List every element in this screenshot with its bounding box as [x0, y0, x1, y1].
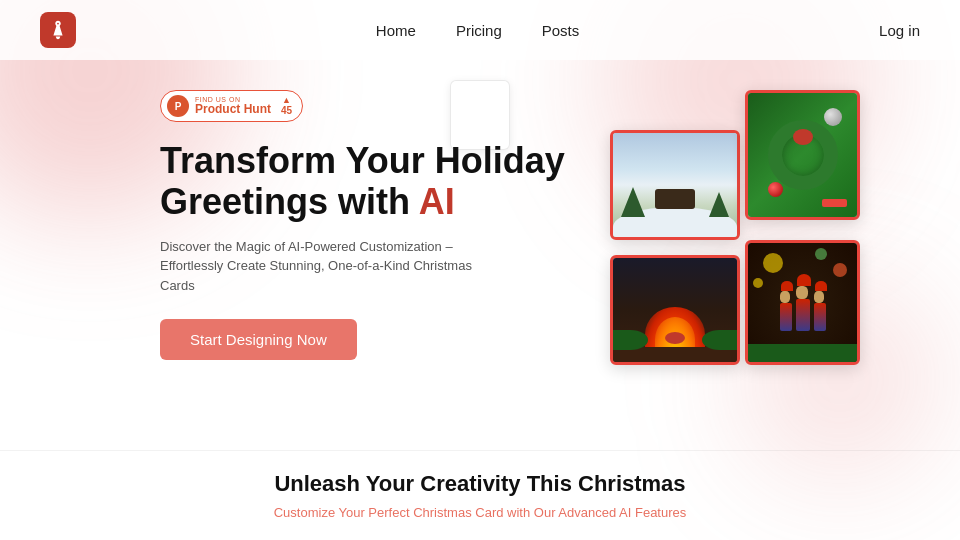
hat-left [781, 281, 793, 291]
ph-label: Product Hunt [195, 103, 271, 116]
hero-description: Discover the Magic of AI-Powered Customi… [160, 237, 480, 296]
product-hunt-badge[interactable]: P FIND US ON Product Hunt ▲ 45 [160, 90, 303, 122]
body-left [780, 303, 792, 331]
bokeh-4 [753, 278, 763, 288]
horse-carriage [655, 189, 695, 209]
ph-arrow-icon: ▲ [282, 96, 291, 105]
card-fireplace [610, 255, 740, 365]
logo-icon [47, 19, 69, 41]
hero-heading-line2: Greetings with [160, 181, 419, 222]
ornament-red [768, 182, 783, 197]
nutcracker-right [814, 281, 826, 331]
tree-right [709, 192, 729, 217]
greenery-border [748, 344, 857, 362]
nutcracker-group [780, 274, 826, 331]
nav-home[interactable]: Home [376, 22, 416, 39]
nav-posts[interactable]: Posts [542, 22, 580, 39]
hero-section: P FIND US ON Product Hunt ▲ 45 Transform… [0, 60, 960, 440]
ph-logo-icon: P [167, 95, 189, 117]
hero-heading-line1: Transform Your Holiday [160, 140, 565, 181]
bottom-heading: Unleash Your Creativity This Christmas [40, 471, 920, 497]
tree-left [621, 187, 645, 217]
nutcracker-scene [748, 243, 857, 362]
navbar: Home Pricing Posts Log in [0, 0, 960, 60]
ph-vote-area: ▲ 45 [281, 96, 292, 116]
ph-text: FIND US ON Product Hunt [195, 96, 271, 117]
nav-pricing[interactable]: Pricing [456, 22, 502, 39]
bottom-subtext: Customize Your Perfect Christmas Card wi… [40, 505, 920, 520]
card-wreath [745, 90, 860, 220]
ornament-silver [824, 108, 842, 126]
card-nutcracker [745, 240, 860, 365]
bokeh-2 [833, 263, 847, 277]
wreath-scene [748, 93, 857, 217]
hero-left: P FIND US ON Product Hunt ▲ 45 Transform… [160, 80, 580, 360]
fireplace-scene [613, 258, 737, 362]
hat-right [815, 281, 827, 291]
ribbon [822, 199, 847, 207]
head-right [814, 291, 824, 303]
bottom-section: Unleash Your Creativity This Christmas C… [0, 450, 960, 520]
wreath-berries [793, 129, 813, 145]
ph-count: 45 [281, 105, 292, 116]
card-winter-road [610, 130, 740, 240]
body-center [796, 299, 810, 331]
navbar-center: Home Pricing Posts [376, 22, 579, 39]
hero-image-grid [600, 80, 920, 380]
head-left [780, 291, 790, 303]
hero-heading: Transform Your Holiday Greetings with AI [160, 140, 580, 223]
hat-center [797, 274, 811, 286]
bokeh-3 [815, 248, 827, 260]
nutcracker-figure [780, 274, 826, 331]
body-right [814, 303, 826, 331]
red-bow [665, 332, 685, 344]
nutcracker-left [780, 281, 792, 331]
bokeh-1 [763, 253, 783, 273]
navbar-right: Log in [879, 22, 920, 39]
winter-scene [613, 133, 737, 237]
cta-button[interactable]: Start Designing Now [160, 319, 357, 360]
navbar-left [40, 12, 76, 48]
hero-ai-text: AI [419, 181, 455, 222]
head-center [796, 286, 808, 299]
greenery-left [613, 330, 648, 350]
greenery-right [702, 330, 737, 350]
wreath-circle [768, 120, 838, 190]
login-button[interactable]: Log in [879, 22, 920, 39]
nutcracker-center [796, 274, 810, 331]
logo[interactable] [40, 12, 76, 48]
